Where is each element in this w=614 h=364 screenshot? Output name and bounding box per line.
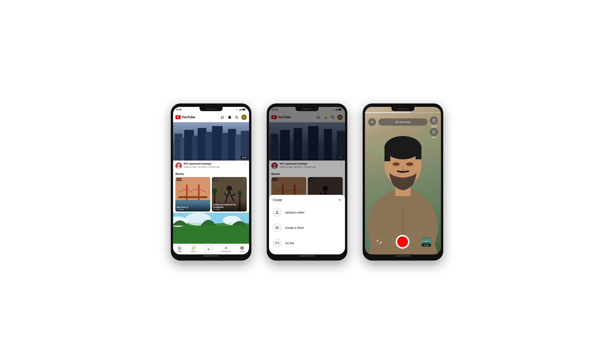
modal-title: Create	[273, 198, 282, 202]
timer-control[interactable]: Timer	[430, 128, 438, 139]
phone-2: 12:30	[267, 104, 347, 260]
nav-explore[interactable]: 🧭 Explore	[190, 246, 196, 252]
svg-point-84	[397, 122, 398, 123]
phone-3-screen: ✕ Add music	[365, 107, 441, 254]
record-button-inner	[397, 236, 408, 247]
svg-rect-0	[239, 110, 239, 111]
cast-icon[interactable]	[221, 115, 225, 119]
short-card-2[interactable]: 0:28 ⋮ Gliding into weekend like #longbo…	[212, 177, 247, 211]
nav-subscriptions[interactable]: ≡ Subscriptions	[221, 246, 231, 252]
go-live-item[interactable]: Go live	[269, 235, 345, 251]
nav-library[interactable]: 📚 Library	[239, 246, 245, 252]
upload-control[interactable]: Upload	[421, 237, 431, 247]
svg-rect-67	[276, 213, 279, 214]
speed-control[interactable]: Speed	[430, 117, 438, 127]
timer-icon	[432, 130, 435, 134]
status-time: 12:30	[176, 108, 181, 111]
upload-label: Upload	[421, 244, 431, 247]
svg-rect-18	[222, 133, 229, 161]
nav-create[interactable]: ＋	[205, 246, 212, 253]
record-button[interactable]	[396, 235, 409, 249]
speed-icon	[432, 119, 435, 122]
nav-home[interactable]: 🏠 Home	[177, 246, 182, 252]
video-duration: 10:00	[241, 156, 248, 159]
channel-avatar	[175, 162, 182, 169]
short-2-more[interactable]: ⋮	[243, 178, 246, 181]
phone-3: ✕ Add music	[363, 104, 443, 260]
more-options-icon[interactable]: ⋮	[244, 162, 247, 166]
bottom-nav: 🏠 Home 🧭 Explore ＋ ≡ Subscriptions 📚 Lib…	[173, 244, 249, 254]
go-live-label: Go live	[285, 241, 294, 245]
phone-2-notch	[295, 107, 319, 111]
svg-rect-1	[240, 110, 240, 111]
svg-rect-2	[240, 109, 241, 111]
video-info: NYC Apartment Hunting!! Coast to Coast •…	[173, 161, 249, 171]
short-1-label: Stay Gold 🤘	[177, 206, 209, 208]
upload-button[interactable]: Upload	[421, 237, 431, 247]
explore-icon: 🧭	[191, 246, 195, 250]
video-thumbnail[interactable]: 10:00	[173, 122, 249, 161]
search-icon[interactable]	[235, 115, 239, 119]
front-camera-2	[310, 108, 312, 110]
battery-icon	[242, 109, 246, 111]
short-card-1[interactable]: 0:15 ⋮ Stay Gold 🤘 2.5 views	[175, 177, 210, 211]
nav-home-label: Home	[177, 251, 182, 252]
create-button[interactable]: ＋	[205, 246, 212, 253]
short-1-duration: 0:15	[177, 178, 181, 181]
modal-close-button[interactable]: ✕	[338, 198, 341, 202]
video-details: NYC Apartment Hunting!! Coast to Coast •…	[184, 162, 242, 168]
svg-point-34	[238, 191, 242, 196]
home-icon: 🏠	[178, 246, 182, 250]
svg-point-69	[277, 227, 278, 228]
home-bar-2	[299, 256, 315, 256]
create-short-item[interactable]: Create a Short	[269, 220, 345, 235]
short-1-info: Stay Gold 🤘 2.5 views	[175, 202, 210, 211]
svg-point-73	[365, 177, 379, 192]
svg-rect-28	[178, 196, 208, 198]
youtube-logo: YouTube	[175, 115, 219, 119]
svg-rect-15	[198, 128, 206, 161]
create-modal: Create ✕ Upload a video	[269, 195, 345, 254]
flip-camera-button[interactable]	[375, 237, 384, 246]
nav-explore-label: Explore	[190, 251, 196, 252]
signal-icon	[239, 109, 241, 111]
timer-label: Timer	[431, 136, 436, 139]
shorts-row: 0:15 ⋮ Stay Gold 🤘 2.5 views	[175, 177, 247, 211]
svg-rect-5	[243, 109, 245, 110]
create-short-label: Create a Short	[285, 226, 304, 229]
music-note-icon	[395, 121, 398, 123]
bell-icon[interactable]	[228, 115, 232, 119]
youtube-logo-icon	[175, 115, 181, 119]
phone-1-screen: 12:30	[173, 107, 249, 254]
short-2-views: 3M views	[213, 208, 246, 210]
svg-rect-16	[205, 132, 213, 161]
timer-button[interactable]	[430, 128, 438, 136]
modal-header: Create ✕	[269, 198, 345, 205]
phone-1-notch	[199, 107, 223, 111]
svg-rect-17	[212, 126, 223, 161]
svg-point-70	[276, 242, 278, 244]
svg-rect-3	[241, 109, 241, 111]
upload-video-item[interactable]: Upload a video	[269, 205, 345, 220]
camera-close-button[interactable]: ✕	[368, 118, 376, 126]
library-icon: 📚	[240, 246, 244, 250]
header-icons: U	[221, 115, 247, 120]
camera-view: ✕ Add music	[365, 107, 441, 254]
speed-button[interactable]	[430, 117, 438, 125]
video-title: NYC Apartment Hunting!!	[184, 162, 242, 166]
svg-point-9	[236, 116, 237, 118]
short-2-duration: 0:28	[213, 178, 218, 181]
home-bar	[203, 256, 219, 256]
upload-video-label: Upload a video	[285, 211, 304, 214]
add-music-button[interactable]: Add music	[378, 118, 428, 126]
svg-rect-37	[173, 226, 249, 244]
speed-label: Speed	[431, 125, 437, 127]
user-avatar[interactable]: U	[241, 115, 247, 120]
youtube-header: YouTube	[173, 112, 249, 122]
svg-point-83	[396, 122, 396, 123]
short-1-more[interactable]: ⋮	[207, 178, 209, 181]
camera-bottom-bar: Upload	[365, 235, 441, 249]
landscape-thumbnail[interactable]	[173, 213, 249, 244]
svg-rect-14	[192, 136, 199, 161]
svg-point-23	[178, 164, 180, 166]
